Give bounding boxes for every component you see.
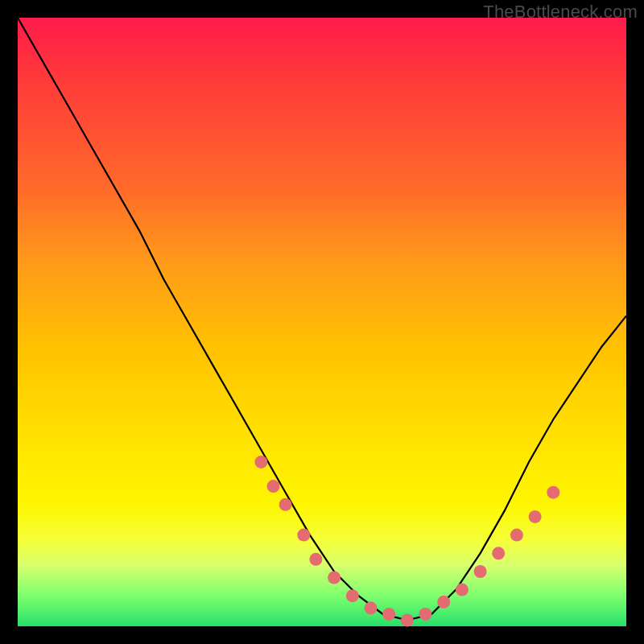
bottleneck-curve	[18, 18, 626, 620]
highlight-dot	[267, 480, 280, 493]
highlight-dot	[510, 529, 523, 542]
plot-area	[18, 18, 626, 626]
highlight-dot	[474, 565, 487, 578]
curve-layer	[18, 18, 626, 626]
highlight-dot	[547, 486, 559, 499]
chart-frame: TheBottleneck.com	[0, 0, 644, 644]
highlight-dot	[328, 572, 341, 584]
highlight-dot	[365, 601, 378, 614]
highlight-dot	[492, 547, 505, 559]
highlight-dot	[437, 596, 450, 609]
highlight-dots	[254, 456, 559, 627]
highlight-dot	[279, 498, 292, 511]
watermark-text: TheBottleneck.com	[483, 2, 638, 23]
highlight-dot	[297, 529, 310, 542]
highlight-dot	[401, 613, 414, 626]
highlight-dot	[254, 456, 267, 469]
highlight-dot	[309, 553, 322, 566]
highlight-dot	[346, 589, 359, 602]
highlight-dot	[382, 608, 395, 621]
highlight-dot	[419, 608, 432, 621]
highlight-dot	[456, 584, 469, 597]
highlight-dot	[529, 510, 542, 523]
